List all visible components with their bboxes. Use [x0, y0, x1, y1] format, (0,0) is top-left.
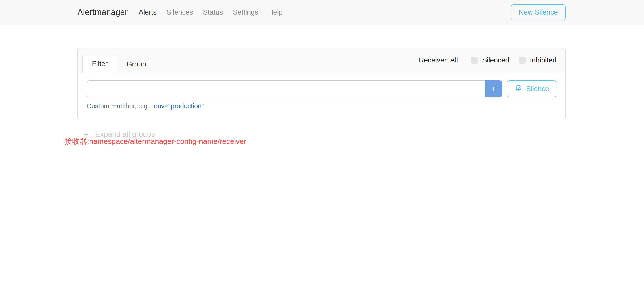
add-matcher-button[interactable]: +	[485, 80, 502, 97]
nav-alerts[interactable]: Alerts	[138, 8, 156, 16]
nav-status[interactable]: Status	[203, 8, 223, 16]
silenced-checkbox-label: Silenced	[482, 56, 509, 64]
inhibited-checkbox[interactable]	[518, 57, 526, 64]
bell-slash-icon	[514, 84, 522, 94]
nav-help[interactable]: Help	[268, 8, 283, 16]
matcher-hint: Custom matcher, e.g. env="production"	[87, 102, 556, 110]
annotation-receiver-note: 接收器:namespace/altermanager-config-name/r…	[65, 136, 246, 146]
silenced-checkbox[interactable]	[471, 57, 478, 64]
silence-button[interactable]: Silence	[507, 80, 556, 97]
nav-silences[interactable]: Silences	[166, 8, 193, 16]
receiver-filter[interactable]: Receiver: All	[419, 56, 458, 64]
silence-button-label: Silence	[526, 85, 549, 93]
app-brand[interactable]: Alertmanager	[78, 8, 128, 17]
filter-panel: Filter Group Receiver: All Silenced Inhi…	[78, 48, 566, 119]
filter-panel-body: + Silence Custom matcher, e.g. env="prod…	[78, 73, 565, 110]
inhibited-checkbox-row[interactable]: Inhibited	[518, 56, 556, 64]
nav-settings[interactable]: Settings	[233, 8, 258, 16]
tab-group[interactable]: Group	[117, 56, 155, 73]
page: Alertmanager Alerts Silences Status Sett…	[0, 0, 644, 148]
matcher-input[interactable]	[87, 80, 485, 97]
matcher-hint-text: Custom matcher, e.g.	[87, 102, 149, 110]
matcher-example-link[interactable]: env="production"	[154, 102, 204, 110]
new-silence-button[interactable]: New Silence	[511, 4, 566, 20]
main-nav: Alerts Silences Status Settings Help	[138, 8, 290, 16]
filter-panel-header: Filter Group Receiver: All Silenced Inhi…	[78, 48, 565, 73]
inhibited-checkbox-label: Inhibited	[530, 56, 556, 64]
silenced-checkbox-row[interactable]: Silenced	[471, 56, 509, 64]
panel-tabs: Filter Group	[82, 54, 155, 73]
tab-filter[interactable]: Filter	[82, 54, 117, 73]
top-navbar: Alertmanager Alerts Silences Status Sett…	[0, 0, 644, 25]
